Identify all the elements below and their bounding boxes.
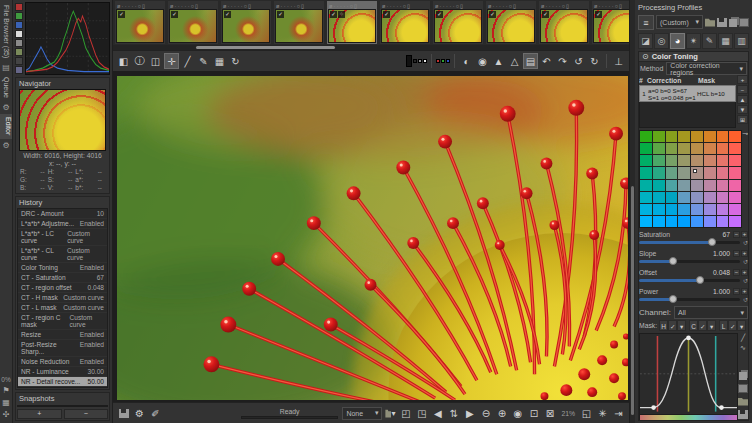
profile-preset-select[interactable]: (Custom)▾ [656, 15, 703, 29]
queue-processing-icon[interactable]: ⚙ [132, 405, 147, 421]
color-grid-cell[interactable] [704, 167, 716, 178]
color-label-icon[interactable]: ○ [138, 3, 141, 9]
color-grid-cell[interactable] [729, 167, 741, 178]
add-correction-button[interactable]: + [737, 75, 748, 84]
color-grid-cell[interactable] [704, 180, 716, 191]
color-grid-cell[interactable] [678, 167, 690, 178]
value-toggle[interactable] [15, 39, 23, 47]
thumbnail-rank-icons[interactable]: ø· · · · ·○▯ [487, 2, 535, 9]
copy-profile-icon[interactable] [729, 19, 737, 27]
open-curve-icon[interactable] [738, 397, 748, 408]
thumbnail-image[interactable]: ✓ [169, 9, 217, 43]
clip-icon[interactable]: ø [223, 3, 226, 9]
color-grid-cell[interactable] [717, 204, 729, 215]
trash-icon[interactable]: ▯ [566, 3, 569, 9]
color-label-icon[interactable]: ○ [562, 3, 565, 9]
color-grid-cell[interactable] [704, 155, 716, 166]
color-label-icon[interactable]: ○ [456, 3, 459, 9]
color-grid-cell[interactable] [717, 192, 729, 203]
duplicate-correction-button[interactable]: ⊞ [737, 115, 748, 124]
slider-decrement[interactable]: − [733, 231, 740, 238]
slider-increment[interactable]: + [741, 231, 748, 238]
straighten-icon[interactable]: ╱ [180, 53, 195, 69]
paste-profile-icon[interactable] [739, 18, 749, 27]
filmstrip-thumbnail[interactable]: ø· · · · ·○▯✓ [380, 1, 430, 44]
move-up-button[interactable]: ▲ [737, 95, 748, 104]
color-grid-cell[interactable] [653, 204, 665, 215]
history-row[interactable]: Post-Resize Sharp...Enabled [18, 340, 107, 357]
slider-increment[interactable]: + [741, 269, 748, 276]
history-row[interactable]: NR - Detail recove...50.00 [18, 377, 107, 387]
color-grid-cell[interactable] [666, 180, 678, 191]
save-profile-icon[interactable] [717, 18, 727, 27]
color-grid-cell[interactable] [729, 180, 741, 191]
hide-right-panel-icon[interactable]: ⇥ [611, 405, 626, 421]
info-icon[interactable]: ⓘ [132, 53, 147, 69]
trash-icon[interactable]: ▯ [195, 3, 198, 9]
star-rating[interactable]: · · · · · [598, 3, 613, 9]
mask-edit-icon[interactable]: ✎ [748, 322, 749, 330]
gamut-warning-icon[interactable]: ◉ [475, 53, 490, 69]
redo-all-icon[interactable]: ↻ [587, 53, 602, 69]
copy-curve-icon[interactable] [739, 370, 747, 382]
mask-c-label[interactable]: C [689, 320, 698, 331]
profile-list-icon[interactable]: ≡ [638, 15, 654, 30]
history-row[interactable]: CT - region C maskCustom curve [18, 313, 107, 330]
slider-reset-icon[interactable]: ↺ [743, 239, 748, 246]
tab-detail[interactable]: ◎ [654, 33, 669, 49]
color-label-icon[interactable]: ○ [615, 3, 618, 9]
thumbnail-rank-icons[interactable]: ø· · · · ·○▯ [328, 2, 376, 9]
color-grid-cell[interactable] [717, 143, 729, 154]
color-grid-cell[interactable] [729, 216, 741, 227]
thumbnail-image[interactable]: ✓ [540, 9, 588, 43]
trash-icon[interactable]: ▯ [248, 3, 251, 9]
thumbnail-image[interactable]: ✓ [381, 9, 429, 43]
history-row[interactable]: CT - L maskCustom curve [18, 303, 107, 313]
thumbnail-rank-icons[interactable]: ø· · · · ·○▯ [593, 2, 629, 9]
clip-icon[interactable]: ø [594, 3, 597, 9]
move-down-button[interactable]: ▼ [737, 105, 748, 114]
blue-channel-toggle[interactable] [15, 21, 23, 29]
tab-exposure[interactable]: ◪ [638, 33, 653, 49]
channel-select[interactable]: All▾ [674, 306, 748, 319]
color-grid-cell[interactable] [704, 204, 716, 215]
slider-increment[interactable]: + [741, 288, 748, 295]
mask-l-dropdown[interactable]: ▾ [737, 320, 746, 331]
external-editor-icon[interactable]: ✐ [148, 405, 163, 421]
color-grid-cell[interactable] [653, 192, 665, 203]
filmstrip-thumbnail[interactable]: ø· · · · ·○▯✓ [221, 1, 271, 44]
stamp-icon[interactable]: ⊥ [611, 53, 626, 69]
clip-icon[interactable]: ø [382, 3, 385, 9]
color-grid-cell[interactable] [653, 167, 665, 178]
thumbnail-rank-icons[interactable]: ø· · · · ·○▯ [540, 2, 588, 9]
thumbnail-image[interactable]: ✓ [275, 9, 323, 43]
color-label-icon[interactable]: ○ [191, 3, 194, 9]
color-grid-cell[interactable] [717, 155, 729, 166]
star-rating[interactable]: · · · · · [492, 3, 507, 9]
highlight-clip-icon[interactable]: △ [507, 53, 522, 69]
history-row[interactable]: L*a*b* - CL curveCustom curve [18, 246, 107, 263]
open-profile-icon[interactable] [705, 18, 715, 27]
filmstrip-thumbnail[interactable]: ø· · · · ·○▯✓ [115, 1, 165, 44]
save-image-icon[interactable] [116, 405, 131, 421]
copy-exif-icon[interactable]: ◰ [398, 405, 413, 421]
color-grid-cell[interactable] [729, 143, 741, 154]
color-grid-cell[interactable] [729, 204, 741, 215]
color-grid-cell[interactable] [640, 131, 652, 142]
clip-icon[interactable]: ø [170, 3, 173, 9]
prev-image-icon[interactable]: ◀ [430, 405, 445, 421]
trash-icon[interactable]: ▯ [619, 3, 622, 9]
color-grid-cell[interactable] [678, 131, 690, 142]
color-grid-cell[interactable] [653, 216, 665, 227]
clip-icon[interactable]: ø [276, 3, 279, 9]
color-grid-cell[interactable] [691, 204, 703, 215]
color-grid-cell[interactable] [691, 192, 703, 203]
star-rating[interactable]: · · · · · [174, 3, 189, 9]
thumbnail-image[interactable]: ✓ [116, 9, 164, 43]
slider-reset-icon[interactable]: ↺ [743, 258, 748, 265]
filmstrip-thumbnail[interactable]: ø· · · · ·○▯✓ [486, 1, 536, 44]
filmstrip-scroll-thumb[interactable] [196, 46, 335, 49]
load-profile-icon[interactable]: ▾ [384, 405, 396, 421]
green-channel-toggle[interactable] [15, 12, 23, 20]
color-grid-cell[interactable] [704, 143, 716, 154]
